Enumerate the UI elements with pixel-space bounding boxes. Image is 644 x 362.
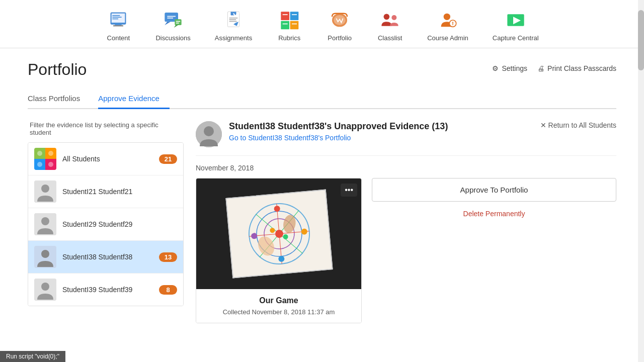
nav-item-course-admin[interactable]: Course Admin	[415, 4, 480, 48]
delete-permanently-button[interactable]: Delete Permanently	[372, 210, 616, 218]
classlist-icon	[378, 8, 402, 32]
sidebar-item-student21[interactable]: StudentI21 Studentf21	[28, 175, 183, 208]
capture-central-icon	[504, 8, 528, 32]
nav-label-discussions: Discussions	[155, 34, 190, 42]
main-evidence-content: StudentI38 Studentf38's Unapproved Evide…	[196, 121, 616, 323]
svg-marker-8	[165, 22, 171, 25]
content-layout: Filter the evidence list by selecting a …	[28, 121, 616, 323]
scrollbar[interactable]	[638, 0, 644, 335]
student29-avatar	[34, 213, 56, 235]
nav-item-content[interactable]: Content	[93, 4, 143, 48]
nav-item-assignments[interactable]: Assignments	[203, 4, 264, 48]
portfolio-link[interactable]: Go to StudentI38 Studentf38's Portfolio	[229, 134, 351, 142]
svg-point-47	[41, 185, 49, 193]
content-icon	[106, 8, 130, 32]
svg-rect-9	[167, 16, 176, 17]
evidence-image: •••	[196, 178, 362, 289]
svg-rect-1	[112, 14, 125, 23]
nav-item-capture-central[interactable]: Capture Central	[480, 4, 551, 48]
nav-label-rubrics: Rubrics	[278, 34, 300, 42]
rubrics-icon	[277, 8, 301, 32]
tab-class-portfolios[interactable]: Class Portfolios	[28, 89, 90, 109]
svg-point-43	[48, 151, 53, 156]
settings-button[interactable]: ⚙ Settings	[492, 64, 527, 72]
course-admin-icon	[436, 8, 460, 32]
nav-label-classlist: Classlist	[378, 34, 402, 42]
student38-name: StudentI38 Studentf38	[62, 253, 159, 261]
nav-label-content: Content	[107, 34, 130, 42]
svg-point-51	[41, 250, 49, 258]
svg-point-55	[204, 126, 214, 136]
approve-to-portfolio-button[interactable]: Approve To Portfolio	[372, 178, 616, 202]
svg-rect-3	[113, 17, 122, 18]
page-title: Portfolio	[28, 60, 87, 79]
all-students-name: All Students	[62, 155, 159, 163]
svg-rect-4	[113, 19, 119, 20]
main-container: Portfolio ⚙ Settings 🖨 Print Class Passc…	[8, 48, 636, 335]
student21-name: StudentI21 Studentf21	[62, 188, 177, 196]
svg-rect-16	[229, 18, 238, 19]
settings-label: Settings	[502, 64, 527, 72]
tab-approve-evidence[interactable]: Approve Evidence	[98, 89, 170, 109]
nav-item-classlist[interactable]: Classlist	[365, 4, 415, 48]
portfolio-icon	[328, 8, 352, 32]
settings-icon: ⚙	[492, 64, 499, 72]
svg-point-45	[48, 162, 53, 167]
scrollbar-thumb[interactable]	[638, 10, 644, 70]
all-students-avatar	[34, 148, 56, 170]
close-icon: ✕	[540, 121, 546, 129]
nav-item-portfolio[interactable]: Portfolio	[314, 4, 365, 48]
student38-avatar	[34, 246, 56, 268]
page-header: Portfolio ⚙ Settings 🖨 Print Class Passc…	[28, 60, 616, 79]
sidebar-item-student38[interactable]: StudentI38 Studentf38 13	[28, 241, 183, 274]
svg-rect-25	[283, 24, 288, 25]
svg-point-31	[444, 14, 450, 20]
tabs-container: Class Portfolios Approve Evidence	[28, 89, 616, 109]
header-actions: ⚙ Settings 🖨 Print Class Passcards	[492, 64, 616, 72]
svg-rect-11	[175, 19, 181, 25]
svg-rect-33	[452, 22, 453, 24]
sidebar-item-all-students[interactable]: All Students 21	[28, 143, 183, 175]
svg-rect-26	[292, 24, 297, 25]
return-to-all-students-button[interactable]: ✕ Return to All Students	[540, 121, 616, 129]
evidence-image-inner	[225, 190, 333, 279]
evidence-card-layout: ••• Our Game Collected November 8, 2018 …	[196, 178, 616, 323]
student38-badge: 13	[159, 252, 177, 262]
svg-point-29	[384, 14, 390, 20]
svg-rect-2	[113, 15, 120, 16]
more-options-button[interactable]: •••	[341, 184, 357, 197]
sidebar-item-student39[interactable]: StudentI39 Studentf39 8	[28, 274, 183, 306]
student39-badge: 8	[159, 285, 177, 295]
nav-label-portfolio: Portfolio	[328, 34, 352, 42]
student-list: All Students 21 StudentI21 Studentf21	[28, 142, 184, 306]
nav-item-discussions[interactable]: Discussions	[143, 4, 202, 48]
svg-rect-13	[176, 21, 180, 22]
evidence-card-collected-date: Collected November 8, 2018 11:37 am	[203, 308, 354, 316]
svg-marker-12	[174, 25, 178, 28]
svg-rect-6	[113, 25, 123, 27]
discussions-icon	[161, 8, 185, 32]
evidence-title: StudentI38 Studentf38's Unapproved Evide…	[229, 121, 448, 132]
svg-rect-34	[452, 24, 453, 25]
nav-label-capture-central: Capture Central	[493, 34, 539, 42]
evidence-date: November 8, 2018	[196, 164, 616, 172]
nav-label-assignments: Assignments	[215, 34, 252, 42]
student29-name: StudentI29 Studentf29	[62, 220, 177, 228]
nav-label-course-admin: Course Admin	[427, 34, 468, 42]
evidence-header: StudentI38 Studentf38's Unapproved Evide…	[196, 121, 616, 156]
svg-rect-23	[283, 14, 288, 15]
svg-rect-10	[167, 18, 173, 19]
print-passcards-button[interactable]: 🖨 Print Class Passcards	[537, 64, 616, 72]
all-students-badge: 21	[159, 154, 177, 164]
sidebar-item-student29[interactable]: StudentI29 Studentf29	[28, 208, 183, 241]
sidebar-filter-text: Filter the evidence list by selecting a …	[28, 121, 184, 136]
evidence-card-body: Our Game Collected November 8, 2018 11:3…	[196, 289, 361, 323]
svg-rect-21	[281, 21, 290, 30]
nav-item-rubrics[interactable]: Rubrics	[264, 4, 314, 48]
svg-rect-17	[229, 19, 236, 20]
top-navigation: Content Discussions	[0, 0, 644, 48]
svg-rect-19	[281, 12, 290, 20]
svg-point-44	[37, 162, 42, 167]
student39-avatar	[34, 279, 56, 301]
assignments-icon	[221, 8, 246, 32]
